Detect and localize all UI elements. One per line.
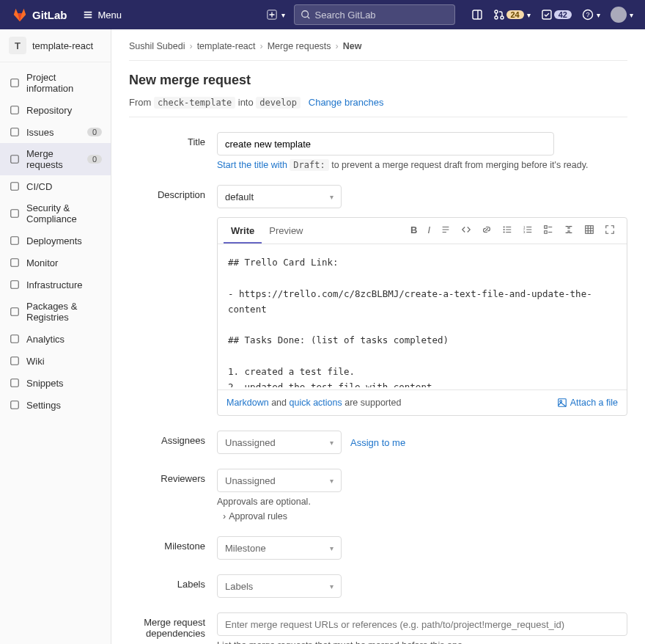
merge-requests-shortcut[interactable]: 24 ▾ bbox=[493, 9, 531, 21]
sidebar-item-merge-requests[interactable]: Merge requests0 bbox=[0, 143, 111, 175]
sidebar-item-wiki[interactable]: Wiki bbox=[0, 350, 111, 372]
svg-rect-13 bbox=[11, 183, 19, 191]
breadcrumb-mr[interactable]: Merge requests bbox=[268, 41, 331, 51]
sidebar-item-label: Security & Compliance bbox=[26, 202, 102, 224]
approval-rules-link[interactable]: › Approval rules bbox=[223, 511, 287, 522]
quick-actions-link[interactable]: quick actions bbox=[290, 398, 342, 408]
chevron-down-icon: ▾ bbox=[527, 11, 531, 19]
sidebar-item-snippets[interactable]: Snippets bbox=[0, 372, 111, 394]
draft-hint-prefix[interactable]: Start the title with bbox=[217, 160, 287, 170]
svg-rect-21 bbox=[11, 379, 19, 387]
svg-rect-16 bbox=[11, 259, 19, 267]
plus-button[interactable]: ▾ bbox=[267, 10, 285, 20]
svg-point-25 bbox=[504, 231, 505, 233]
code-icon[interactable] bbox=[461, 224, 471, 237]
search-wrap bbox=[294, 4, 455, 25]
svg-rect-30 bbox=[586, 226, 594, 234]
svg-point-1 bbox=[301, 11, 308, 18]
topbar: GitLab Menu ▾ 24 ▾ 42 ? ▾ bbox=[0, 0, 645, 29]
sidebar-icon bbox=[9, 279, 21, 290]
sidebar-icon bbox=[9, 180, 21, 192]
todo-badge: 42 bbox=[554, 10, 572, 19]
labels-label: Labels bbox=[129, 574, 217, 598]
bullet-list-icon[interactable] bbox=[502, 224, 512, 237]
link-icon[interactable] bbox=[482, 224, 492, 237]
svg-rect-17 bbox=[11, 281, 19, 289]
chevron-down-icon: ▾ bbox=[330, 439, 333, 447]
bold-icon[interactable]: B bbox=[410, 224, 417, 237]
hamburger-icon bbox=[82, 9, 94, 21]
milestone-select[interactable]: Milestone ▾ bbox=[217, 536, 342, 560]
sidebar-item-label: Analytics bbox=[26, 334, 64, 345]
svg-point-5 bbox=[501, 16, 504, 19]
source-branch: check-template bbox=[154, 97, 235, 109]
sidebar-item-label: Repository bbox=[26, 105, 72, 116]
target-branch: develop bbox=[256, 97, 301, 109]
sidebar-icon bbox=[9, 153, 21, 165]
sidebar-icon bbox=[9, 208, 21, 219]
todos-shortcut[interactable]: 42 bbox=[541, 9, 572, 21]
template-select[interactable]: default ▾ bbox=[217, 185, 342, 208]
menu-label: Menu bbox=[98, 10, 122, 21]
labels-select[interactable]: Labels ▾ bbox=[217, 574, 342, 598]
menu-button[interactable]: Menu bbox=[76, 6, 128, 23]
sidebar-item-infrastructure[interactable]: Infrastructure bbox=[0, 274, 111, 296]
assignees-select[interactable]: Unassigned ▾ bbox=[217, 431, 342, 454]
svg-rect-2 bbox=[473, 10, 482, 19]
attach-file-button[interactable]: Attach a file bbox=[557, 398, 618, 408]
issues-shortcut-icon[interactable] bbox=[471, 9, 483, 21]
sidebar-item-project-information[interactable]: Project information bbox=[0, 67, 111, 99]
sidebar-item-ci-cd[interactable]: CI/CD bbox=[0, 175, 111, 197]
sidebar-item-packages-registries[interactable]: Packages & Registries bbox=[0, 296, 111, 328]
quote-icon[interactable] bbox=[441, 224, 451, 237]
sidebar-item-issues[interactable]: Issues0 bbox=[0, 121, 111, 143]
deps-input[interactable] bbox=[217, 612, 627, 636]
chevron-down-icon: ▾ bbox=[330, 477, 333, 485]
assign-to-me-link[interactable]: Assign to me bbox=[350, 437, 405, 448]
sidebar-item-repository[interactable]: Repository bbox=[0, 99, 111, 121]
sidebar-item-analytics[interactable]: Analytics bbox=[0, 328, 111, 350]
sidebar-item-deployments[interactable]: Deployments bbox=[0, 230, 111, 252]
breadcrumb-project[interactable]: template-react bbox=[197, 41, 256, 51]
user-menu[interactable]: ▾ bbox=[611, 7, 633, 23]
table-icon[interactable] bbox=[584, 224, 594, 237]
sidebar-icon bbox=[9, 355, 21, 367]
sidebar-item-label: Issues bbox=[26, 127, 54, 138]
markdown-link[interactable]: Markdown bbox=[226, 398, 269, 408]
sidebar-item-label: Wiki bbox=[26, 356, 45, 367]
sidebar-icon bbox=[9, 257, 21, 268]
gitlab-logo[interactable]: GitLab bbox=[12, 7, 67, 23]
sidebar-item-security-compliance[interactable]: Security & Compliance bbox=[0, 197, 111, 230]
svg-rect-15 bbox=[11, 237, 19, 245]
breadcrumb-user[interactable]: Sushil Subedi bbox=[129, 41, 185, 51]
svg-rect-9 bbox=[11, 79, 19, 87]
tab-write[interactable]: Write bbox=[224, 218, 262, 244]
fullscreen-icon[interactable] bbox=[605, 224, 615, 237]
sidebar-icon bbox=[9, 126, 21, 138]
italic-icon[interactable]: I bbox=[427, 224, 430, 237]
sidebar-item-settings[interactable]: Settings bbox=[0, 394, 111, 416]
deps-label: Merge requestdependencies bbox=[129, 612, 217, 644]
number-list-icon[interactable]: 123 bbox=[523, 224, 533, 237]
breadcrumb: Sushil Subedi › template-react › Merge r… bbox=[129, 41, 627, 61]
project-header[interactable]: T template-react bbox=[0, 29, 111, 62]
sidebar-item-label: Settings bbox=[26, 400, 61, 411]
collapse-icon[interactable] bbox=[564, 224, 574, 237]
title-input[interactable] bbox=[217, 132, 554, 155]
chevron-down-icon: ▾ bbox=[597, 11, 600, 19]
change-branches-link[interactable]: Change branches bbox=[309, 97, 384, 108]
search-input[interactable] bbox=[294, 4, 455, 25]
sidebar-item-monitor[interactable]: Monitor bbox=[0, 252, 111, 274]
gitlab-icon bbox=[12, 7, 28, 23]
description-label: Description bbox=[129, 185, 217, 416]
sidebar-icon bbox=[9, 399, 21, 411]
sidebar-item-label: Project information bbox=[26, 72, 102, 94]
svg-point-24 bbox=[504, 229, 505, 230]
assignees-label: Assignees bbox=[129, 431, 217, 454]
task-list-icon[interactable] bbox=[543, 224, 553, 237]
tab-preview[interactable]: Preview bbox=[262, 218, 310, 244]
sidebar-icon bbox=[9, 306, 21, 318]
help-button[interactable]: ? ▾ bbox=[582, 9, 600, 21]
reviewers-select[interactable]: Unassigned ▾ bbox=[217, 469, 342, 492]
description-textarea[interactable] bbox=[218, 244, 627, 387]
